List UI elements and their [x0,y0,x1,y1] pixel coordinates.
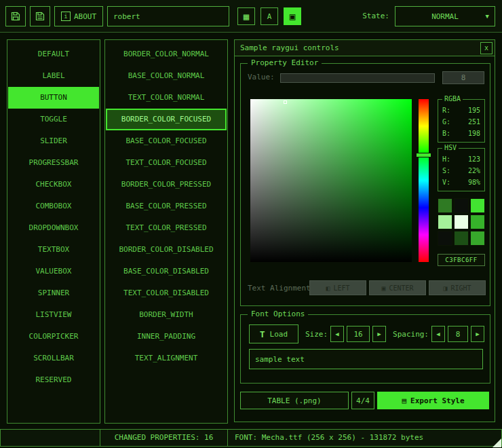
value-slider[interactable] [280,73,435,83]
size-value-box[interactable]: 16 [347,326,370,342]
palette-swatch[interactable] [438,198,452,213]
load-font-button[interactable]: T Load [249,324,298,343]
list-item-border_color_focused[interactable]: BORDER_COLOR_FOCUSED [106,109,227,130]
value-box[interactable]: 8 [442,71,484,84]
hue-slider-cursor [416,153,431,157]
palette-swatch[interactable] [470,231,485,246]
spacing-decrease-button[interactable]: ◀ [431,326,445,342]
list-item-toggle[interactable]: TOGGLE [8,109,99,130]
sample-text-input[interactable] [249,349,483,369]
font-options-row: T Load Size: ◀ 16 ▶ Spacing: ◀ 8 ▶ [249,324,484,343]
rgba-panel: RGBA R: 195 G: 251 B: 198 [438,99,485,143]
list-item-border_width[interactable]: BORDER_WIDTH [106,304,227,326]
window-titlebar[interactable]: Sample raygui controls x [235,40,495,56]
list-item-default[interactable]: DEFAULT [8,43,99,65]
sample-window: Sample raygui controls x Property Editor… [234,39,495,422]
list-item-progressbar[interactable]: PROGRESSBAR [8,152,99,174]
alignment-buttons: ◧ LEFT ▣ CENTER ◨ RIGHT [309,280,486,295]
close-button[interactable]: x [480,42,493,54]
load-font-label: Load [270,330,288,339]
save-as-button[interactable] [30,6,50,26]
rguistyler-app: i ABOUT ▦ A ▣ State: NORMAL ▼ DEFAULTLAB… [0,0,502,448]
window-title: Sample raygui controls [240,43,339,52]
export-style-button[interactable]: ▤ Export Style [377,392,489,409]
hex-color-input[interactable]: C3FBC6FF [438,254,485,266]
list-item-spinner[interactable]: SPINNER [8,282,99,304]
save-style-button[interactable] [5,6,26,26]
list-item-reserved[interactable]: RESERVED [8,369,99,391]
hsv-row-s: S: 22% [438,165,484,176]
list-item-valuebox[interactable]: VALUEBOX [8,261,99,282]
list-item-label[interactable]: LABEL [8,65,99,87]
list-item-border_color_pressed[interactable]: BORDER_COLOR_PRESSED [106,174,227,195]
align-center-icon: ▣ [381,284,385,292]
v-label: V: [442,176,450,188]
g-value: 251 [468,116,480,128]
size-decrease-button[interactable]: ◀ [330,326,344,342]
floppy-save-icon [10,11,21,22]
hsv-panel: HSV H: 123 S: 22% V: 98% [438,148,485,191]
list-item-dropdownbox[interactable]: DROPDOWNBOX [8,217,99,239]
palette-swatch[interactable] [438,231,452,246]
grid-view-button[interactable]: ▦ [237,7,255,25]
palette-swatch[interactable] [454,198,469,213]
export-format-dropdown[interactable]: TABLE (.png) [240,392,349,409]
rgba-row-g: G: 251 [438,116,484,128]
format-index-box[interactable]: 4/4 [351,392,374,409]
palette-swatch[interactable] [470,198,485,213]
palette-swatch[interactable] [454,214,469,229]
arrow-left-icon: ◀ [436,331,440,337]
list-item-slider[interactable]: SLIDER [8,130,99,152]
about-button[interactable]: i ABOUT [54,6,103,26]
hsv-panel-title: HSV [442,144,459,152]
align-center-label: CENTER [389,284,413,292]
align-right-button[interactable]: ◨ RIGHT [429,280,486,295]
about-button-label: ABOUT [74,12,96,21]
list-item-textbox[interactable]: TEXTBOX [8,239,99,261]
status-bar: CHANGED PROPERTIES: 16 FONT: Mecha.ttf (… [0,429,502,447]
list-item-base_color_normal[interactable]: BASE_COLOR_NORMAL [106,65,227,87]
list-item-base_color_focused[interactable]: BASE_COLOR_FOCUSED [106,130,227,152]
r-value: 195 [468,105,480,116]
r-label: R: [442,105,450,116]
align-center-button[interactable]: ▣ CENTER [369,280,426,295]
align-left-icon: ◧ [326,284,330,292]
list-item-button[interactable]: BUTTON [8,87,99,109]
v-value: 98% [468,176,480,188]
list-item-base_color_pressed[interactable]: BASE_COLOR_PRESSED [106,195,227,217]
palette-swatch[interactable] [470,214,485,229]
palette-swatch[interactable] [438,214,452,229]
font-settings-button[interactable]: A [260,7,278,25]
spacing-increase-button[interactable]: ▶ [471,326,484,342]
spacing-value-box[interactable]: 8 [448,326,468,342]
list-item-border_color_disabled[interactable]: BORDER_COLOR_DISABLED [106,239,227,261]
list-item-base_color_disabled[interactable]: BASE_COLOR_DISABLED [106,261,227,282]
list-item-text_color_disabled[interactable]: TEXT_COLOR_DISABLED [106,282,227,304]
hsv-row-h: H: 123 [438,153,484,165]
g-label: G: [442,116,450,128]
align-left-button[interactable]: ◧ LEFT [309,280,366,295]
style-name-input[interactable] [107,6,229,26]
list-item-border_color_normal[interactable]: BORDER_COLOR_NORMAL [106,43,227,65]
color-picker-panel[interactable] [250,99,412,262]
list-item-inner_padding[interactable]: INNER_PADDING [106,326,227,348]
properties-list: BORDER_COLOR_NORMALBASE_COLOR_NORMALTEXT… [104,39,228,424]
list-item-text_color_normal[interactable]: TEXT_COLOR_NORMAL [106,87,227,109]
list-item-text_color_pressed[interactable]: TEXT_COLOR_PRESSED [106,217,227,239]
hue-slider[interactable] [419,99,429,262]
list-item-listview[interactable]: LISTVIEW [8,304,99,326]
list-item-text_color_focused[interactable]: TEXT_COLOR_FOCUSED [106,152,227,174]
palette-swatch[interactable] [454,231,469,246]
state-dropdown[interactable]: NORMAL ▼ [395,6,495,26]
list-item-combobox[interactable]: COMBOBOX [8,195,99,217]
size-label: Size: [305,330,328,339]
list-item-checkbox[interactable]: CHECKBOX [8,174,99,195]
size-increase-button[interactable]: ▶ [372,326,386,342]
b-value: 198 [468,128,480,139]
style-table-button[interactable]: ▣ [284,7,301,25]
list-item-colorpicker[interactable]: COLORPICKER [8,326,99,348]
font-options-group: Font Options T Load Size: ◀ 16 ▶ Spacing… [240,314,490,384]
list-item-text_alignment[interactable]: TEXT_ALIGNMENT [106,348,227,369]
list-item-scrollbar[interactable]: SCROLLBAR [8,348,99,369]
resize-grip[interactable] [493,438,501,447]
